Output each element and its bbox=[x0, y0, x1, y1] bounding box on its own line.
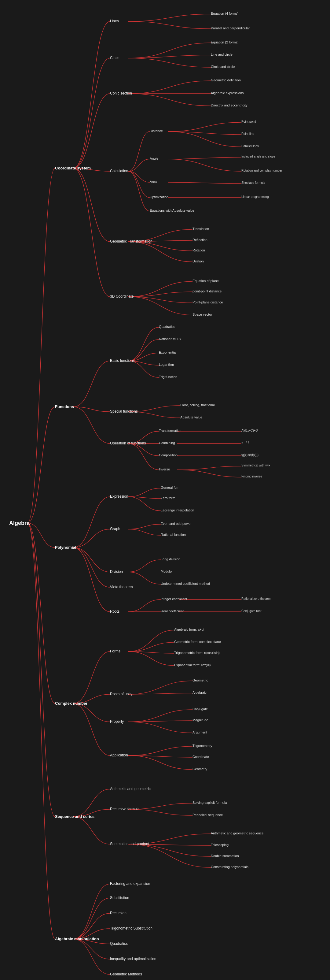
node-ptline[interactable]: Point-line bbox=[241, 132, 254, 135]
node-logarithm[interactable]: Logarithm bbox=[159, 363, 174, 366]
node-sumprod[interactable]: Summation and product bbox=[110, 842, 149, 846]
node-algmanip[interactable]: Algebraic manipulation bbox=[55, 937, 99, 941]
node-algebraic[interactable]: Algebraic bbox=[192, 690, 206, 694]
node-arithgeo[interactable]: Arithmetic and geometric bbox=[110, 787, 151, 791]
node-algexpr[interactable]: Algebraic expressions bbox=[211, 91, 244, 95]
node-afbxcd[interactable]: Af(Bx+C)+D bbox=[241, 429, 258, 432]
node-application[interactable]: Application bbox=[110, 753, 128, 757]
node-trigsub[interactable]: Trigonometric Substitution bbox=[110, 926, 152, 931]
node-findinv[interactable]: Finding inverse bbox=[241, 475, 262, 478]
node-expr[interactable]: Expression bbox=[110, 494, 128, 499]
node-vietathm[interactable]: Vieta theorem bbox=[110, 585, 133, 589]
node-recurs[interactable]: Recursion bbox=[110, 911, 127, 915]
node-transform[interactable]: Transformation bbox=[159, 429, 181, 433]
node-rotation[interactable]: Rotation bbox=[192, 248, 205, 252]
node-conic[interactable]: Conic section bbox=[110, 91, 132, 95]
node-lines[interactable]: Lines bbox=[110, 19, 119, 23]
node-genform[interactable]: General form bbox=[161, 486, 180, 489]
node-trig[interactable]: Trig function bbox=[159, 375, 177, 379]
node-forms[interactable]: Forms bbox=[110, 649, 121, 653]
node-zeroform[interactable]: Zero form bbox=[161, 496, 175, 500]
node-coord3d[interactable]: 3D Coordinate bbox=[110, 294, 133, 299]
node-sequence[interactable]: Sequence and series bbox=[55, 814, 94, 819]
node-directecc[interactable]: Directrix and eccentricity bbox=[211, 103, 248, 107]
node-geomcplane[interactable]: Geometric form: complex plane bbox=[174, 640, 221, 644]
node-polynomial[interactable]: Polynomial bbox=[55, 545, 76, 550]
node-ineq[interactable]: Inequality and optimalization bbox=[110, 957, 156, 961]
node-conjugate[interactable]: Conjugate bbox=[192, 707, 208, 711]
node-undetermcoef[interactable]: Undetermined coefficient method bbox=[161, 582, 210, 585]
node-inverse[interactable]: Inverse bbox=[159, 468, 170, 471]
node-angle[interactable]: Angle bbox=[150, 157, 158, 160]
node-geometry[interactable]: Geometry bbox=[192, 767, 207, 771]
node-evenodd[interactable]: Even and odd power bbox=[161, 522, 192, 525]
node-circlecircle[interactable]: Circle and circle bbox=[211, 65, 235, 68]
node-geometric[interactable]: Geometric bbox=[192, 678, 208, 682]
node-rotcomplex[interactable]: Rotation and complex number bbox=[241, 169, 282, 172]
node-fgx[interactable]: fg(x) f(f(f(x))) bbox=[241, 453, 259, 457]
node-exponential[interactable]: Exponential bbox=[159, 350, 177, 354]
node-complex[interactable]: Complex number bbox=[55, 701, 87, 706]
node-shoelace[interactable]: Shoelace formula bbox=[241, 181, 265, 185]
node-translation[interactable]: Translation bbox=[192, 227, 209, 231]
node-opfunc[interactable]: Operation of functions bbox=[110, 441, 146, 445]
node-factexp[interactable]: Factoring and expansion bbox=[110, 881, 150, 886]
node-longdiv[interactable]: Long division bbox=[161, 557, 180, 561]
node-rational[interactable]: Rational: x+1/x bbox=[159, 337, 181, 341]
node-symyx[interactable]: Symmetrical with y=x bbox=[241, 464, 270, 467]
node-conjroot[interactable]: Conjugate root bbox=[241, 609, 262, 612]
node-area[interactable]: Area bbox=[150, 180, 157, 183]
node-argument[interactable]: Argument bbox=[192, 730, 207, 734]
node-constpoly[interactable]: Constructing polynomials bbox=[211, 865, 248, 869]
node-eq4[interactable]: Equation (4 forms) bbox=[211, 12, 238, 15]
node-graph[interactable]: Graph bbox=[110, 527, 120, 531]
node-eq2[interactable]: Equation (2 forms) bbox=[211, 40, 238, 44]
node-coordinate[interactable]: Coordinate bbox=[192, 755, 209, 759]
node-parllines[interactable]: Parallel lines bbox=[241, 144, 259, 148]
node-functions[interactable]: Functions bbox=[55, 404, 74, 409]
node-subst[interactable]: Substitution bbox=[110, 896, 129, 900]
node-ptplanedist[interactable]: Point-plane distance bbox=[192, 301, 223, 304]
node-eqplane[interactable]: Equation of plane bbox=[192, 279, 219, 283]
node-geometh[interactable]: Geometric Methods bbox=[110, 972, 142, 976]
node-dotstarslash[interactable]: + - * / bbox=[241, 441, 249, 444]
node-circle[interactable]: Circle bbox=[110, 56, 119, 60]
node-basicfunc[interactable]: Basic functions bbox=[110, 358, 135, 363]
node-inclangle[interactable]: Included angle and slope bbox=[241, 155, 275, 158]
node-trigonometry[interactable]: Trigonometry bbox=[192, 744, 212, 748]
node-roots[interactable]: Roots bbox=[110, 609, 119, 614]
node-geotrans[interactable]: Geometric Transformation bbox=[110, 239, 152, 243]
node-ptptdist[interactable]: point-point distance bbox=[192, 290, 222, 293]
node-telescoping[interactable]: Telescoping bbox=[211, 843, 228, 846]
node-composition[interactable]: Composition bbox=[159, 453, 178, 457]
node-calc[interactable]: Calculation bbox=[110, 169, 128, 173]
node-linecircle[interactable]: Line and circle bbox=[211, 52, 233, 56]
node-linprog[interactable]: Linear programming bbox=[241, 195, 269, 199]
node-optimization[interactable]: Optimization bbox=[150, 195, 168, 199]
node-trigform[interactable]: Trigonometric form: r(cos+isin) bbox=[174, 651, 220, 655]
node-specfunc[interactable]: Special functions bbox=[110, 409, 138, 414]
node-solvexplicit[interactable]: Solving explicit formula bbox=[192, 801, 227, 805]
node-rootsunity[interactable]: Roots of unity bbox=[110, 692, 132, 696]
node-arithgeoseq[interactable]: Arithmetic and geometric sequence bbox=[211, 831, 263, 835]
node-doublesum[interactable]: Double summation bbox=[211, 854, 239, 858]
node-modulo[interactable]: Modulo bbox=[161, 570, 172, 573]
node-quadratics2[interactable]: Quadratics bbox=[110, 942, 128, 946]
node-ptpt[interactable]: Point-point bbox=[241, 120, 256, 123]
node-paralperp[interactable]: Parallel and perpendicular bbox=[211, 26, 250, 30]
node-reflection[interactable]: Reflection bbox=[192, 238, 208, 242]
node-rationalfunc[interactable]: Rational function bbox=[161, 533, 186, 536]
node-geodef[interactable]: Geometric definition bbox=[211, 78, 241, 82]
node-dilation[interactable]: Dilation bbox=[192, 259, 204, 263]
node-recform[interactable]: Recursive formula bbox=[110, 807, 140, 811]
node-magnitude[interactable]: Magnitude bbox=[192, 718, 208, 722]
node-spacevec[interactable]: Space vector bbox=[192, 313, 212, 316]
node-quadratics[interactable]: Quadratics bbox=[159, 325, 175, 328]
node-floor[interactable]: Floor, ceiling, fractional bbox=[180, 403, 215, 407]
node-expform[interactable]: Exponential form: re^(θi) bbox=[174, 663, 211, 667]
node-property[interactable]: Property bbox=[110, 719, 124, 724]
node-lagrange[interactable]: Lagrange interpolation bbox=[161, 508, 194, 512]
node-algabi[interactable]: Algebraic form: a+bi bbox=[174, 628, 204, 631]
node-combining[interactable]: Combining bbox=[159, 441, 175, 445]
node-coord[interactable]: Coordinate system bbox=[55, 166, 91, 170]
